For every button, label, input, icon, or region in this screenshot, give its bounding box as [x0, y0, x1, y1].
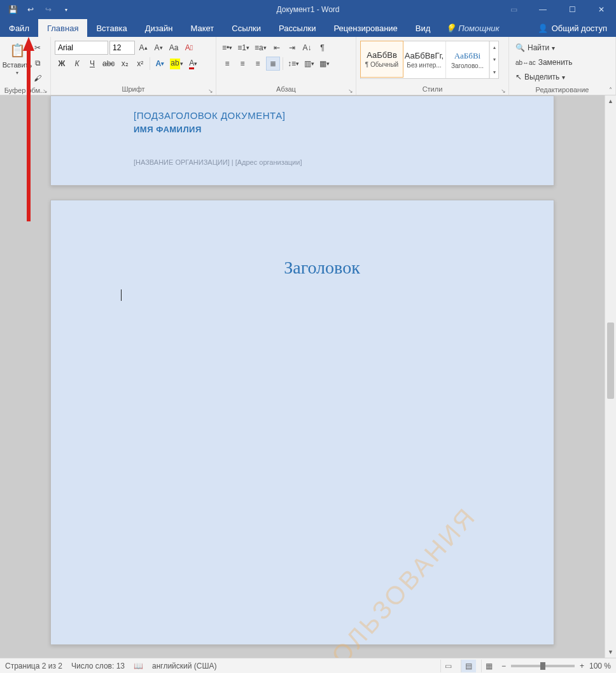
scroll-down-icon[interactable]: ▼	[605, 646, 616, 658]
multilevel-icon[interactable]: ≡a▾	[253, 41, 269, 55]
group-editing: 🔍Найти▾ ab↔acЗаменить ↖Выделить▾ Редакти…	[509, 37, 616, 95]
font-launcher-icon[interactable]: ↘	[208, 88, 213, 94]
tab-mailings[interactable]: Рассылки	[270, 19, 325, 37]
style-no-spacing[interactable]: АаБбВвГг, Без интер...	[403, 41, 446, 78]
underline-button[interactable]: Ч	[85, 57, 99, 71]
italic-button[interactable]: К	[70, 57, 84, 71]
read-mode-icon[interactable]: ▭	[440, 660, 456, 672]
zoom-thumb[interactable]	[540, 662, 545, 670]
maximize-icon[interactable]: ☐	[557, 0, 587, 19]
page-2[interactable]: Заголовок ГО ПОЛЬЗОВАНИЯ	[50, 200, 554, 645]
strike-button[interactable]: abc	[101, 57, 116, 71]
share-button[interactable]: 👤 Общий доступ	[529, 19, 616, 37]
status-page[interactable]: Страница 2 из 2	[5, 662, 62, 670]
scrollbar-track[interactable]	[605, 107, 616, 646]
styles-launcher-icon[interactable]: ↘	[501, 88, 506, 94]
align-right-icon[interactable]: ≡	[251, 57, 265, 71]
scroll-up-icon[interactable]: ▲	[605, 95, 616, 107]
shrink-font-icon[interactable]: A▾	[151, 41, 165, 55]
numbering-icon[interactable]: ≡1▾	[235, 41, 251, 55]
clear-format-icon[interactable]: Aͦ	[182, 41, 196, 55]
save-icon[interactable]: 💾	[5, 2, 20, 17]
superscript-button[interactable]: x²	[133, 57, 147, 71]
sort-icon[interactable]: A↓	[300, 41, 314, 55]
search-icon: 🔍	[515, 43, 525, 52]
zoom-in-icon[interactable]: +	[580, 662, 584, 670]
tab-view[interactable]: Вид	[407, 19, 440, 37]
qat-more-icon[interactable]: ▾	[59, 2, 74, 17]
line-spacing-icon[interactable]: ↕≡▾	[286, 57, 301, 71]
close-icon[interactable]: ✕	[587, 0, 616, 19]
collapse-ribbon-icon[interactable]: ˄	[609, 87, 612, 94]
redo-icon[interactable]: ↪	[41, 2, 56, 17]
undo-icon[interactable]: ↩	[23, 2, 38, 17]
clipboard-launcher-icon[interactable]: ↘	[43, 88, 48, 94]
text-effects-icon[interactable]: A▾	[153, 57, 167, 71]
align-left-icon[interactable]: ≡	[220, 57, 234, 71]
shading-icon[interactable]: ▥▾	[302, 57, 316, 71]
doc-title[interactable]: Заголовок	[121, 258, 523, 278]
font-color-icon[interactable]: A▾	[186, 57, 200, 71]
style-heading1[interactable]: АаБбВі Заголово...	[446, 41, 489, 78]
doc-footer[interactable]: [НАЗВАНИЕ ОРГАНИЗАЦИИ] | [Адрес организа…	[134, 158, 302, 166]
replace-icon: ab↔ac	[515, 59, 536, 66]
status-words[interactable]: Число слов: 13	[71, 662, 125, 670]
zoom-level[interactable]: 100 %	[589, 662, 611, 670]
styles-gallery-more[interactable]: ▴ ▾ ▾	[489, 41, 498, 78]
scrollbar-thumb[interactable]	[607, 323, 614, 399]
cut-icon[interactable]: ✂	[31, 41, 45, 55]
doc-author[interactable]: ИМЯ ФАМИЛИЯ	[134, 125, 523, 134]
copy-icon[interactable]: ⧉	[31, 56, 45, 70]
borders-icon[interactable]: ▦▾	[318, 57, 332, 71]
show-marks-icon[interactable]: ¶	[316, 41, 330, 55]
gallery-expand-icon[interactable]: ▾	[490, 66, 498, 78]
text-cursor	[121, 289, 122, 301]
tab-references[interactable]: Ссылки	[223, 19, 270, 37]
tab-insert[interactable]: Вставка	[87, 19, 136, 37]
tab-layout[interactable]: Макет	[181, 19, 223, 37]
tab-review[interactable]: Рецензирование	[325, 19, 406, 37]
document-scroll[interactable]: [ПОДЗАГОЛОВОК ДОКУМЕНТА] ИМЯ ФАМИЛИЯ [НА…	[0, 95, 605, 658]
paragraph-launcher-icon[interactable]: ↘	[348, 88, 353, 94]
grow-font-icon[interactable]: A▴	[136, 41, 150, 55]
tab-design[interactable]: Дизайн	[136, 19, 182, 37]
tab-file[interactable]: Файл	[0, 19, 38, 37]
window-controls: ▭ — ☐ ✕	[499, 0, 616, 19]
zoom-out-icon[interactable]: −	[501, 662, 506, 670]
print-layout-icon[interactable]: ▤	[461, 660, 476, 672]
font-name-input[interactable]	[55, 41, 108, 55]
proofing-icon[interactable]: 📖	[134, 662, 143, 670]
font-size-input[interactable]	[109, 41, 135, 55]
gallery-down-icon[interactable]: ▾	[490, 53, 498, 66]
highlight-icon[interactable]: ab▾	[168, 57, 185, 71]
replace-button[interactable]: ab↔acЗаменить	[513, 55, 575, 69]
subscript-button[interactable]: x₂	[118, 57, 132, 71]
format-painter-icon[interactable]: 🖌	[31, 71, 45, 85]
justify-icon[interactable]: ≣	[266, 57, 280, 71]
find-button[interactable]: 🔍Найти▾	[513, 41, 557, 55]
ribbon-tabs: Файл Главная Вставка Дизайн Макет Ссылки…	[0, 19, 616, 37]
align-center-icon[interactable]: ≡	[235, 57, 249, 71]
ribbon-display-icon[interactable]: ▭	[499, 0, 528, 19]
status-language[interactable]: английский (США)	[152, 662, 216, 670]
share-icon: 👤	[538, 24, 548, 33]
bold-button[interactable]: Ж	[55, 57, 69, 71]
increase-indent-icon[interactable]: ⇥	[285, 41, 299, 55]
zoom-slider[interactable]	[511, 665, 575, 667]
vertical-scrollbar[interactable]: ▲ ▼	[605, 95, 616, 658]
doc-subtitle[interactable]: [ПОДЗАГОЛОВОК ДОКУМЕНТА]	[134, 110, 523, 121]
gallery-up-icon[interactable]: ▴	[490, 41, 498, 53]
web-layout-icon[interactable]: ▦	[481, 660, 496, 672]
select-button[interactable]: ↖Выделить▾	[513, 70, 568, 84]
change-case-icon[interactable]: Aa	[167, 41, 181, 55]
paste-button[interactable]: 📋 Вставить ▾	[4, 38, 31, 76]
minimize-icon[interactable]: —	[528, 0, 557, 19]
group-styles: АаБбВв ¶ Обычный АаБбВвГг, Без интер... …	[356, 37, 509, 95]
tell-me[interactable]: 💡 Помощник	[439, 19, 505, 37]
bullets-icon[interactable]: ≡•▾	[220, 41, 234, 55]
style-normal[interactable]: АаБбВв ¶ Обычный	[360, 41, 403, 78]
page-1[interactable]: [ПОДЗАГОЛОВОК ДОКУМЕНТА] ИМЯ ФАМИЛИЯ [НА…	[50, 95, 554, 186]
decrease-indent-icon[interactable]: ⇤	[270, 41, 284, 55]
styles-gallery[interactable]: АаБбВв ¶ Обычный АаБбВвГг, Без интер... …	[360, 41, 499, 79]
tab-home[interactable]: Главная	[38, 19, 87, 37]
